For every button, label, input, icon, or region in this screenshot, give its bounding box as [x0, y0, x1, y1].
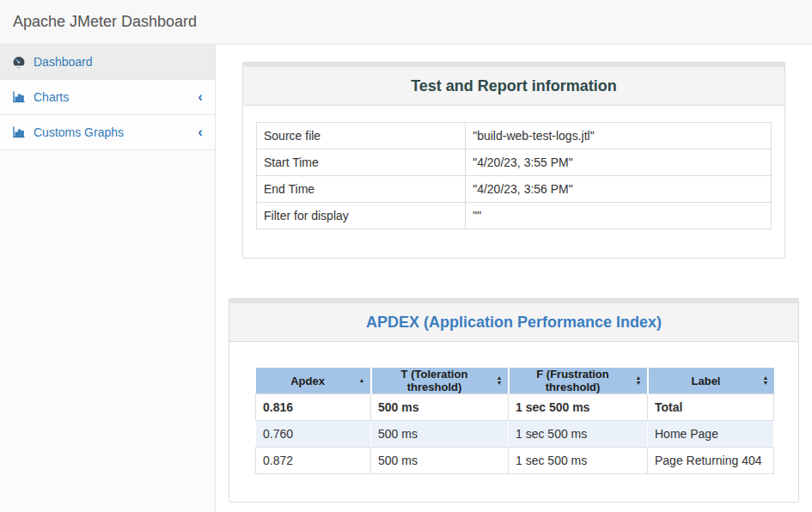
test-info-panel: Test and Report information Source file … — [242, 62, 785, 259]
column-header-apdex[interactable]: Apdex ▲ — [256, 368, 371, 394]
table-row: 0.872 500 ms 1 sec 500 ms Page Returning… — [256, 448, 774, 474]
sort-both-icon: ▲▼ — [763, 375, 769, 386]
main-content: Test and Report information Source file … — [216, 45, 812, 512]
sort-ascending-icon: ▲ — [359, 378, 365, 383]
apdex-value: 0.816 — [256, 394, 371, 421]
bar-chart-icon — [12, 125, 26, 139]
table-row: Source file "build-web-test-logs.jtl" — [257, 123, 772, 149]
chevron-left-icon: ‹ — [198, 89, 203, 104]
toleration-value: 500 ms — [371, 421, 509, 448]
app-title: Apache JMeter Dashboard — [13, 13, 197, 31]
column-header-label: Label — [692, 375, 721, 387]
column-header-label: Apdex — [290, 375, 325, 387]
table-row: Start Time "4/20/23, 3:55 PM" — [257, 149, 772, 176]
apdex-panel-heading: APDEX (Application Performance Index) — [229, 303, 798, 342]
bar-chart-icon — [12, 90, 26, 104]
apdex-title: APDEX (Application Performance Index) — [238, 313, 790, 332]
apdex-value: 0.872 — [256, 448, 371, 474]
info-value: "" — [466, 203, 772, 229]
info-label: Filter for display — [257, 203, 466, 229]
info-value: "4/20/23, 3:56 PM" — [466, 176, 772, 203]
sidebar-item-label: Dashboard — [34, 55, 93, 69]
toleration-value: 500 ms — [371, 448, 509, 474]
chevron-left-icon: ‹ — [198, 125, 203, 139]
table-row-total: 0.816 500 ms 1 sec 500 ms Total — [256, 394, 774, 421]
test-info-panel-body: Source file "build-web-test-logs.jtl" St… — [243, 106, 785, 258]
info-value: "build-web-test-logs.jtl" — [466, 123, 772, 149]
column-header-label-col[interactable]: Label ▲▼ — [648, 368, 774, 394]
column-header-toleration[interactable]: T (Toleration threshold) ▲▼ — [371, 368, 509, 394]
apdex-value: 0.760 — [256, 421, 371, 448]
apdex-panel-body: Apdex ▲ T (Toleration threshold) ▲▼ — [229, 342, 798, 502]
sidebar-item-label: Customs Graphs — [34, 125, 124, 139]
info-label: Source file — [257, 123, 466, 149]
frustration-value: 1 sec 500 ms — [509, 394, 648, 421]
test-info-panel-heading: Test and Report information — [243, 67, 785, 106]
apdex-header-row: Apdex ▲ T (Toleration threshold) ▲▼ — [256, 368, 774, 394]
column-header-frustration[interactable]: F (Frustration threshold) ▲▼ — [509, 368, 648, 394]
sidebar-item-label: Charts — [34, 90, 69, 104]
topbar: Apache JMeter Dashboard — [0, 0, 812, 45]
test-info-table: Source file "build-web-test-logs.jtl" St… — [256, 122, 772, 229]
sort-both-icon: ▲▼ — [636, 375, 642, 386]
toleration-value: 500 ms — [371, 394, 509, 421]
info-value: "4/20/23, 3:55 PM" — [466, 149, 772, 176]
column-header-label: F (Frustration threshold) — [536, 368, 609, 393]
sidebar-item-dashboard[interactable]: Dashboard — [0, 45, 215, 80]
table-row: 0.760 500 ms 1 sec 500 ms Home Page — [256, 421, 774, 448]
main-layout: Dashboard Charts ‹ — [0, 45, 812, 512]
frustration-value: 1 sec 500 ms — [509, 448, 648, 474]
dashboard-gauge-icon — [12, 55, 26, 69]
sidebar-item-charts[interactable]: Charts ‹ — [0, 80, 215, 115]
apdex-table: Apdex ▲ T (Toleration threshold) ▲▼ — [255, 368, 774, 474]
label-value: Page Returning 404 — [648, 448, 774, 474]
jmeter-dashboard-screen: Apache JMeter Dashboard Dashboard — [0, 0, 812, 512]
sidebar: Dashboard Charts ‹ — [0, 45, 216, 512]
sort-both-icon: ▲▼ — [497, 375, 503, 386]
label-value: Total — [648, 394, 774, 421]
table-row: Filter for display "" — [257, 203, 772, 229]
label-value: Home Page — [648, 421, 774, 448]
apdex-panel: APDEX (Application Performance Index) Ap… — [229, 298, 799, 503]
info-label: End Time — [257, 176, 466, 203]
sidebar-item-customs-graphs[interactable]: Customs Graphs ‹ — [0, 115, 215, 150]
test-info-title: Test and Report information — [252, 76, 776, 95]
frustration-value: 1 sec 500 ms — [509, 421, 648, 448]
column-header-label: T (Toleration threshold) — [401, 368, 468, 393]
info-label: Start Time — [257, 149, 466, 176]
table-row: End Time "4/20/23, 3:56 PM" — [257, 176, 772, 203]
